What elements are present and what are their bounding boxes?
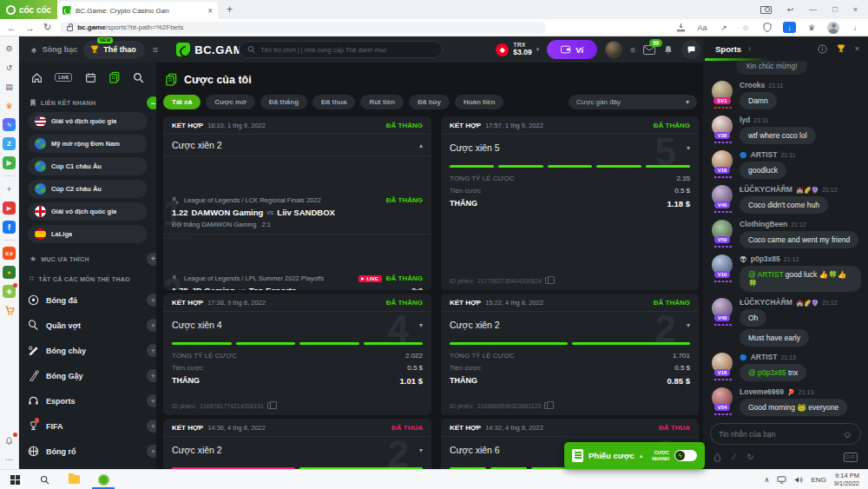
file-explorer-button[interactable] (59, 470, 89, 489)
betslip-button[interactable]: Phiếu cược ▴ CƯỢC NHANH ϟ (564, 442, 705, 469)
profile-icon[interactable] (827, 22, 839, 34)
tab-open[interactable]: Cược mở (206, 95, 255, 109)
chat-username[interactable]: lyd (740, 116, 750, 124)
copy-icon[interactable] (545, 277, 551, 284)
sidebar-item-league[interactable]: Giải vô địch quốc gia (28, 202, 148, 221)
expand-card-button[interactable]: ▾ (419, 321, 423, 329)
chat-username[interactable]: ARTIST (751, 353, 778, 361)
window-minimize-button[interactable]: — (809, 5, 817, 14)
sale-app-icon[interactable]: 9.9 (3, 247, 16, 260)
share-icon[interactable]: ↗ (718, 22, 730, 34)
settings-icon[interactable]: ⚙ (3, 42, 16, 55)
extension-icon[interactable]: ♛ (806, 22, 818, 34)
chat-username[interactable]: ClothingBeen (740, 220, 787, 228)
history-icon[interactable]: ↺ (3, 61, 16, 74)
adblock-shield-icon[interactable] (761, 22, 773, 34)
browser-tab[interactable]: BC.Game: Crypto Casino Gan × (57, 2, 218, 19)
tab-cancelled[interactable]: Đã hủy (409, 95, 450, 109)
rain-feature-icon[interactable] (713, 453, 721, 462)
facebook-icon[interactable]: f (3, 221, 16, 234)
sidebar-item-league[interactable]: LaLiga (28, 225, 148, 243)
collapse-card-button[interactable]: ▴ (419, 142, 423, 149)
new-tab-button[interactable]: + (218, 0, 241, 19)
tab-all[interactable]: Tất cả (163, 95, 201, 109)
chat-username[interactable]: ARTIST (751, 150, 778, 159)
sidebar-item-esports[interactable]: Esports + (28, 388, 148, 413)
chat-room-name[interactable]: Sports (715, 44, 741, 54)
quick-bet-toggle[interactable]: ϟ (674, 450, 697, 461)
sidebar-item-cricket[interactable]: Bóng Gậy + (28, 363, 148, 388)
back-button[interactable]: ← (7, 23, 16, 33)
chat-input[interactable] (719, 430, 838, 439)
tab-refund[interactable]: Hoàn tiền (455, 95, 503, 109)
start-button[interactable] (0, 470, 30, 489)
chat-username[interactable]: Loveme6969 (740, 387, 784, 396)
expand-card-button[interactable]: ▾ (687, 144, 690, 152)
bookmark-star-icon[interactable]: ☆ (740, 22, 752, 34)
sidebar-item-fifa[interactable]: FIFA + (28, 413, 148, 439)
chat-username[interactable]: ŁŬČKYCHĂŘM (740, 185, 792, 194)
chevron-right-icon[interactable]: › (748, 44, 751, 53)
window-maximize-button[interactable]: □ (832, 5, 837, 14)
sidebar-item-football[interactable]: Bóng đá + (28, 287, 148, 313)
expand-card-button[interactable]: ▾ (419, 446, 423, 454)
expand-card-button[interactable]: ▾ (687, 321, 690, 329)
downloads-icon[interactable]: ↓ (849, 22, 861, 34)
copy-icon[interactable] (267, 402, 273, 409)
youtube-icon[interactable]: ▶ (3, 202, 16, 215)
sidebar-item-basketball[interactable]: Bóng rổ + (28, 439, 148, 464)
coccoc-brand[interactable]: cốc cốc (0, 0, 57, 19)
chat-username[interactable]: Crooks (740, 81, 765, 89)
taskbar-search-button[interactable] (30, 470, 59, 489)
games-icon[interactable]: ▶ (3, 156, 16, 169)
shop-app-icon[interactable]: ★ (3, 266, 16, 279)
sort-dropdown[interactable]: Cược gần đây ▾ (569, 95, 697, 109)
user-mention[interactable]: @ p0p3x85 (748, 368, 788, 377)
reload-button[interactable]: ↻ (43, 22, 51, 33)
calendar-icon[interactable] (85, 72, 96, 83)
account-menu-icon[interactable]: ≡ (630, 45, 635, 55)
network-icon[interactable] (777, 476, 786, 484)
sidebar-item-league[interactable]: Giải vô địch quốc gia (28, 112, 148, 130)
chat-rules-info-icon[interactable] (818, 44, 827, 54)
sidebar-item-tennis[interactable]: Quần vợt + (28, 313, 148, 338)
screen-capture-icon[interactable] (760, 6, 772, 14)
chat-commands-icon[interactable]: ∕ (733, 453, 735, 461)
messenger-icon[interactable]: ϟ (3, 118, 16, 131)
url-box[interactable]: bc.game/sports?bt-path=%2Fbets (60, 22, 546, 34)
save-page-icon[interactable] (674, 22, 687, 34)
chat-username[interactable]: p0p3x85 (751, 254, 780, 263)
chat-toggle-button[interactable] (681, 40, 700, 59)
game-search[interactable] (239, 41, 443, 58)
contest-trophy-icon[interactable] (836, 43, 846, 54)
inbox-button[interactable]: 99 (643, 45, 655, 55)
more-icon[interactable]: ⋯ (3, 453, 16, 466)
tab-won[interactable]: Đã thắng (260, 95, 307, 109)
tab-cashout[interactable]: Rút tiền (360, 95, 404, 109)
notifications-button[interactable] (663, 44, 674, 56)
forward-button[interactable]: → (25, 23, 35, 33)
sidebar-search-icon[interactable] (133, 72, 144, 83)
casino-nav-label[interactable]: Sòng bạc (43, 45, 78, 54)
chat-username[interactable]: ŁŬČKYCHĂŘM (740, 298, 792, 307)
gif-keyboard-icon[interactable]: GIF (844, 453, 858, 462)
search-input[interactable] (260, 46, 434, 54)
reopen-tab-icon[interactable]: ↩ (787, 5, 794, 14)
sidebar-item-league[interactable]: Mỹ mở rộng Đơn Nam (28, 135, 148, 153)
language-indicator[interactable]: ENG (811, 476, 825, 484)
tray-expand-icon[interactable]: ∧ (765, 476, 770, 484)
sidebar-item-baseball[interactable]: Bóng chày + (28, 338, 148, 363)
chat-close-icon[interactable]: × (855, 44, 859, 53)
volume-icon[interactable] (794, 476, 803, 484)
coccoc-taskbar-button[interactable] (89, 470, 118, 489)
window-close-button[interactable]: × (853, 5, 858, 14)
home-icon[interactable] (31, 72, 43, 83)
emoji-icon[interactable]: ☺ (843, 429, 852, 439)
wallet-button[interactable]: Ví (547, 40, 597, 59)
sports-nav-pill[interactable]: Thể thao NEW (83, 41, 145, 59)
crown-icon[interactable]: ♛ (3, 99, 16, 112)
notification-bell-icon[interactable] (3, 434, 16, 447)
my-bets-icon[interactable] (108, 71, 121, 83)
user-avatar[interactable] (605, 41, 622, 58)
hamburger-menu-icon[interactable]: ≡ (153, 44, 158, 55)
